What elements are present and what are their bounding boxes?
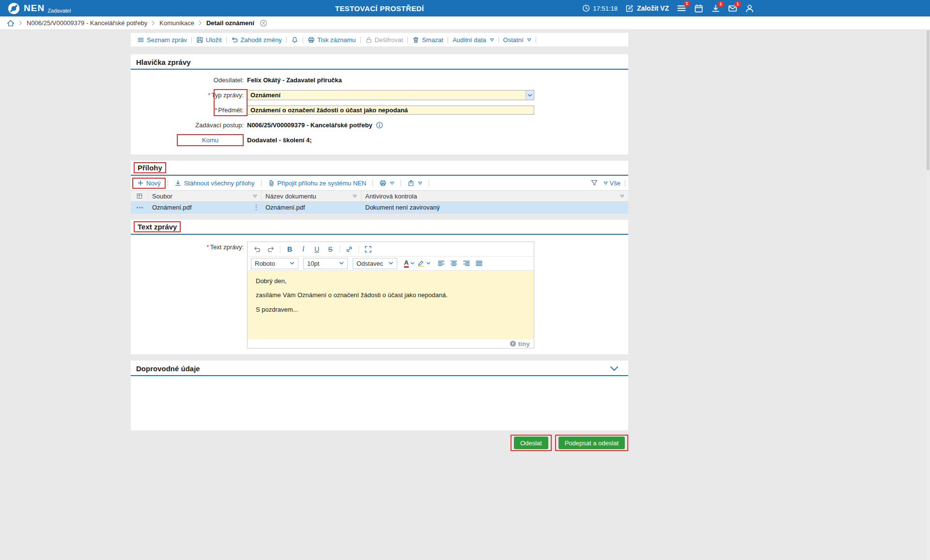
stahnout-vsechny-button[interactable]: Stáhnout všechny přílohy — [170, 180, 259, 187]
cell-antivir[interactable]: Dokument není zavirovaný — [361, 202, 628, 213]
editor-toolbar-row2: Roboto 10pt Odstavec A — [248, 257, 534, 271]
filter-chevron-icon[interactable] — [253, 195, 257, 198]
scrollbar[interactable] — [927, 30, 930, 560]
predmet-input[interactable]: Oznámení o označení žádosti o účast jako… — [247, 106, 534, 115]
home-button[interactable] — [7, 19, 15, 27]
strikethrough-icon: S — [328, 245, 332, 253]
scrollbar-thumb[interactable] — [927, 30, 930, 170]
align-center-button[interactable] — [448, 257, 460, 269]
editor-paragraph: Dobrý den, — [256, 277, 526, 285]
create-vz-button[interactable]: Založit VZ — [625, 4, 669, 13]
downloads-button[interactable]: 1 — [711, 4, 720, 13]
export-attachments-button[interactable] — [403, 180, 427, 187]
seznam-zprav-button[interactable]: Seznam zpráv — [133, 36, 191, 44]
row-menu-button[interactable] — [131, 202, 148, 213]
align-right-button[interactable] — [460, 257, 473, 269]
drag-handle-icon[interactable] — [255, 204, 258, 211]
auditni-data-button[interactable]: Auditní data — [448, 36, 498, 44]
clock-time: 17:51:18 — [593, 5, 618, 12]
strikethrough-button[interactable]: S — [324, 243, 337, 255]
chevron-down-icon — [527, 38, 531, 42]
podepsat-odeslat-button[interactable]: Podepsat a odeslat — [558, 437, 625, 449]
menu-button[interactable]: 1 — [677, 3, 686, 13]
column-header-antivir[interactable]: Antivirová kontrola — [361, 191, 628, 201]
section-title: Doprovodné údaje — [136, 364, 200, 373]
chevron-down-icon — [410, 262, 415, 265]
mail-badge: 1 — [734, 1, 741, 7]
column-settings-button[interactable] — [131, 191, 148, 201]
cell-soubor[interactable]: Oznámení.pdf — [148, 202, 262, 213]
nen-brand[interactable]: NEN Zadavatel — [8, 2, 72, 15]
align-right-icon — [463, 259, 470, 267]
breadcrumb-item-procedure[interactable]: N006/25/V00009379 - Kancelářské potřeby — [27, 19, 147, 27]
watchdog-button[interactable] — [287, 36, 303, 44]
chevron-right-icon — [19, 20, 22, 26]
text-color-icon: A — [404, 259, 408, 268]
column-header-nazev[interactable]: Název dokumentu — [262, 191, 361, 201]
bold-button[interactable]: B — [283, 243, 296, 255]
align-center-icon — [450, 259, 458, 267]
divider — [280, 245, 280, 253]
chevron-down-icon[interactable] — [526, 91, 534, 100]
filter-chevron-icon[interactable] — [353, 195, 357, 198]
underline-button[interactable]: U — [310, 243, 323, 255]
trash-icon — [412, 36, 419, 44]
profile-button[interactable] — [745, 4, 754, 13]
column-header-soubor[interactable]: Soubor — [148, 191, 262, 201]
actions-row: Odeslat Podepsat a odeslat — [131, 435, 628, 451]
align-left-button[interactable] — [435, 257, 448, 269]
italic-button[interactable]: I — [297, 243, 310, 255]
download-icon — [174, 180, 182, 187]
italic-icon: I — [302, 245, 305, 253]
table-row[interactable]: Oznámení.pdf Oznámení.pdf Dokument není … — [131, 202, 628, 213]
redo-button[interactable] — [264, 243, 277, 255]
text-color-button[interactable]: A — [402, 257, 417, 269]
collapse-section-button[interactable] — [610, 366, 621, 371]
tisk-zaznamu-button[interactable]: Tisk záznamu — [303, 36, 360, 44]
block-format-select[interactable]: Odstavec — [353, 258, 397, 269]
annotation-box: Text zprávy — [134, 221, 181, 232]
link-icon — [345, 245, 353, 253]
filter-chevron-icon[interactable] — [620, 195, 624, 198]
rich-text-editor: B I U S Roboto — [247, 242, 534, 348]
calendar-button[interactable] — [694, 4, 703, 13]
filter-button[interactable] — [590, 179, 598, 187]
ostatni-button[interactable]: Ostatní — [499, 36, 536, 44]
divider — [340, 245, 340, 253]
filter-all-button[interactable]: Vše — [603, 180, 620, 187]
close-tab-button[interactable] — [260, 19, 267, 27]
ulozit-button[interactable]: Uložit — [192, 36, 226, 44]
divider — [536, 37, 536, 43]
font-family-select[interactable]: Roboto — [251, 258, 298, 269]
messages-button[interactable]: 1 — [728, 4, 737, 13]
tiny-logo-icon — [510, 340, 516, 347]
fullscreen-button[interactable] — [362, 243, 374, 255]
highlight-color-button[interactable] — [417, 257, 431, 269]
komu-link[interactable]: Komu — [178, 135, 243, 145]
odeslat-button[interactable]: Odeslat — [514, 437, 548, 449]
annotation-box: Přílohy — [134, 162, 166, 173]
save-icon — [196, 36, 203, 44]
print-attachments-button[interactable] — [375, 180, 399, 187]
chevron-down-icon — [610, 366, 619, 371]
novy-button[interactable]: Nový — [136, 180, 162, 187]
desifrovat-button[interactable]: Dešifrovat — [361, 36, 408, 44]
insert-link-button[interactable] — [343, 243, 356, 255]
zadavaci-postup-value: N006/25/V00009379 - Kancelářské potřeby — [247, 121, 372, 129]
attachments-section: Přílohy Nový Stáhnout všechny přílohy — [131, 161, 628, 213]
undo-button[interactable] — [251, 243, 264, 255]
odesilatel-label: Odesílatel: — [131, 76, 247, 84]
pripojit-prilohu-button[interactable]: Připojit přílohu ze systému NEN — [264, 180, 371, 187]
breadcrumb-item-current: Detail oznámení — [206, 19, 254, 27]
compose-icon — [625, 4, 634, 13]
zahodit-zmeny-button[interactable]: Zahodit změny — [227, 36, 286, 44]
align-justify-button[interactable] — [473, 257, 485, 269]
smazat-button[interactable]: Smazat — [408, 36, 448, 44]
cell-nazev[interactable]: Oznámení.pdf — [262, 202, 361, 213]
required-marker: * — [208, 91, 210, 99]
info-icon[interactable] — [376, 121, 383, 129]
typ-zpravy-select[interactable]: Oznámení — [247, 90, 534, 100]
breadcrumb-item-komunikace[interactable]: Komunikace — [159, 19, 194, 27]
font-size-select[interactable]: 10pt — [303, 258, 348, 269]
editor-content[interactable]: Dobrý den, zasíláme Vám Oznámení o označ… — [248, 271, 534, 339]
